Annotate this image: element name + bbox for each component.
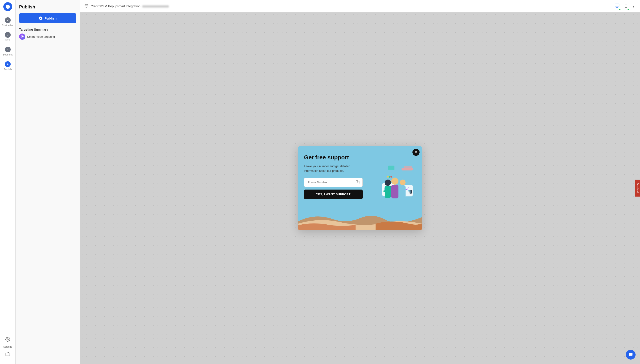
popup-close-button[interactable]: ×	[412, 149, 419, 156]
svg-rect-7	[625, 4, 627, 7]
desktop-device-button[interactable]	[614, 2, 620, 10]
sidebar-item-publish[interactable]: 4 Publish	[0, 58, 15, 73]
top-bar-right: ⋮	[614, 2, 635, 10]
smart-mode-icon	[21, 35, 24, 38]
popup-wave-svg	[298, 208, 422, 230]
svg-rect-9	[388, 166, 394, 170]
app-title: CraftCMS & Popupsmart Integration	[91, 4, 169, 8]
svg-rect-2	[6, 353, 10, 356]
sidebar-item-label-segment: Segment	[3, 53, 13, 56]
main-area: CraftCMS & Popupsmart Integration ⋮ ×	[80, 0, 640, 364]
desktop-icon	[615, 3, 619, 8]
step-circle-customize: ✓	[5, 17, 11, 23]
popup-description: Leave your number and get detailed infor…	[304, 164, 363, 173]
svg-point-22	[400, 180, 405, 185]
targeting-mode-label: Smart mode targeting	[27, 35, 55, 38]
briefcase-button[interactable]	[4, 350, 12, 358]
popup-illustration	[367, 154, 416, 208]
svg-rect-27	[410, 190, 411, 193]
step-circle-publish: 4	[5, 61, 11, 67]
logo-icon	[5, 4, 10, 9]
popup-headline: Get free support	[304, 154, 363, 161]
svg-rect-19	[385, 186, 391, 198]
svg-rect-6	[615, 4, 619, 7]
popup-left-section: Get free support Leave your number and g…	[304, 154, 363, 208]
app-title-blurred	[142, 5, 169, 8]
gear-icon	[5, 337, 10, 342]
icon-sidebar: ✓ Customize ✓ Style ✓ Segment 4 Publish …	[0, 0, 16, 364]
feedback-tab[interactable]: Feedback	[635, 180, 640, 197]
svg-point-14	[390, 176, 392, 178]
mobile-icon	[624, 3, 628, 8]
svg-rect-11	[404, 166, 412, 168]
desktop-status-dot	[619, 9, 620, 10]
app-logo[interactable]	[3, 2, 12, 11]
targeting-summary-title: Targeting Summary	[19, 28, 76, 31]
mobile-status-dot	[627, 9, 629, 10]
briefcase-icon	[5, 352, 10, 356]
svg-rect-21	[391, 185, 398, 198]
phone-input-wrapper	[304, 178, 363, 187]
sidebar-item-style[interactable]: ✓ Style	[0, 29, 15, 44]
popup-cta-button[interactable]: YES, I WANT SUPPORT	[304, 190, 363, 199]
step-circle-style: ✓	[5, 32, 11, 38]
svg-rect-23	[400, 185, 405, 198]
sidebar-item-label-publish: Publish	[4, 68, 12, 70]
more-options-button[interactable]: ⋮	[631, 4, 635, 9]
popup-content: Get free support Leave your number and g…	[298, 146, 422, 208]
svg-point-20	[391, 178, 398, 185]
sidebar-bottom: Settings	[3, 335, 12, 362]
svg-point-13	[389, 176, 390, 178]
canvas-area: × Get free support Leave your number and…	[80, 12, 640, 364]
publish-btn-label: Publish	[45, 16, 57, 20]
targeting-icon	[19, 34, 25, 40]
app-title-text: CraftCMS & Popupsmart Integration	[91, 4, 140, 8]
svg-point-4	[22, 36, 23, 37]
panel-title: Publish	[19, 4, 76, 10]
chat-icon	[628, 352, 633, 357]
sidebar-item-segment[interactable]: ✓ Segment	[0, 44, 15, 58]
step-circle-segment: ✓	[5, 46, 11, 52]
svg-point-18	[385, 180, 391, 186]
targeting-item: Smart mode targeting	[19, 34, 76, 40]
sidebar-item-label-style: Style	[5, 38, 10, 41]
illustration-svg	[368, 164, 415, 208]
publish-button[interactable]: Publish	[19, 13, 76, 23]
svg-point-12	[387, 176, 389, 178]
globe-icon	[84, 4, 88, 9]
svg-point-1	[7, 339, 9, 340]
sidebar-item-label-customize: Customize	[2, 24, 14, 27]
settings-label: Settings	[3, 345, 12, 348]
rocket-icon	[39, 16, 43, 20]
phone-number-input[interactable]	[304, 178, 363, 187]
svg-point-0	[6, 5, 10, 9]
svg-rect-24	[383, 190, 386, 192]
top-bar: CraftCMS & Popupsmart Integration ⋮	[80, 0, 640, 12]
settings-button[interactable]	[4, 335, 12, 344]
top-bar-left: CraftCMS & Popupsmart Integration	[84, 4, 169, 9]
sidebar-item-customize[interactable]: ✓ Customize	[0, 15, 15, 29]
phone-icon	[356, 180, 360, 184]
panel-sidebar: Publish Publish Targeting Summary Smart …	[16, 0, 80, 364]
chat-button[interactable]	[626, 350, 635, 360]
mobile-device-button[interactable]	[623, 2, 629, 10]
popup-bottom	[298, 208, 422, 230]
popup-modal: × Get free support Leave your number and…	[298, 146, 422, 230]
